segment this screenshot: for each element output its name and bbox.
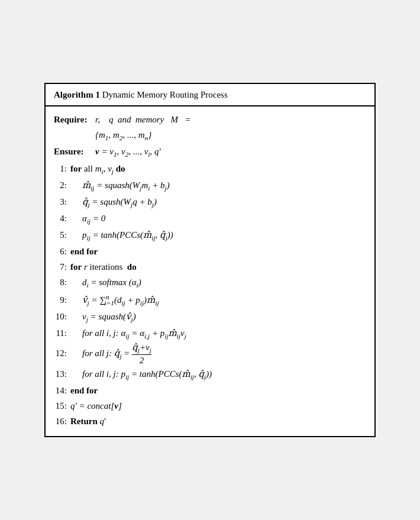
line-num-11: 11: — [54, 326, 70, 340]
line-num-16: 16: — [54, 414, 70, 428]
line-num-12: 12: — [54, 346, 70, 360]
line-content-7: for r iterations do — [70, 260, 366, 274]
algo-line-1: 1: for all mi, vj do — [54, 161, 366, 177]
algorithm-container: Algorithm 1 Dynamic Memory Routing Proce… — [44, 83, 376, 437]
require-label: Require: — [54, 112, 95, 127]
line-content-12: for all j: q̂j = q̂j+vj 2 — [70, 343, 366, 366]
line-content-8: di = softmax (αi) — [70, 275, 366, 290]
algorithm-body: Require: r, q and memory M = {m1, m2, ..… — [46, 106, 374, 436]
line-num-9: 9: — [54, 293, 70, 307]
line-content-14: end for — [70, 383, 366, 398]
algo-line-2: 2: m̂ij = squash(Wjmi + bj) — [54, 177, 366, 194]
line-content-2: m̂ij = squash(Wjmi + bj) — [70, 178, 366, 193]
algo-line-9: 9: v̂j = ∑ni=1(dij + pij)m̂ij — [54, 291, 366, 309]
algo-line-4: 4: αij = 0 — [54, 211, 366, 227]
line-content-11: for all i, j: αij = αi,j + pijm̂ijvj — [70, 326, 366, 341]
require-continuation: {m1, m2, ..., mn} — [54, 128, 366, 143]
line-num-3: 3: — [54, 195, 70, 209]
algo-line-16: 16: Return q′ — [54, 414, 366, 429]
line-content-13: for all i, j: pij = tanh(PCCs(m̂ij, q̂j)… — [70, 367, 366, 382]
line-num-8: 8: — [54, 275, 70, 289]
line-num-10: 10: — [54, 309, 70, 324]
line-num-15: 15: — [54, 399, 70, 413]
ensure-line: Ensure: v = v1, v2, ..., vl, q′ — [54, 143, 366, 161]
algo-line-13: 13: for all i, j: pij = tanh(PCCs(m̂ij, … — [54, 366, 366, 383]
algo-line-14: 14: end for — [54, 383, 366, 398]
algo-line-10: 10: vj = squash(v̂j) — [54, 309, 366, 325]
require-line: Require: r, q and memory M = — [54, 111, 366, 128]
line-num-4: 4: — [54, 211, 70, 225]
line-content-5: pij = tanh(PCCs(m̂ij, q̂j)) — [70, 228, 366, 243]
line-num-13: 13: — [54, 367, 70, 381]
algorithm-header: Algorithm 1 Dynamic Memory Routing Proce… — [46, 84, 374, 106]
algo-line-11: 11: for all i, j: αij = αi,j + pijm̂ijvj — [54, 325, 366, 342]
line-content-9: v̂j = ∑ni=1(dij + pij)m̂ij — [70, 292, 366, 308]
algo-line-6: 6: end for — [54, 244, 366, 259]
line-num-1: 1: — [54, 162, 70, 176]
algo-line-5: 5: pij = tanh(PCCs(m̂ij, q̂j)) — [54, 227, 366, 244]
algo-line-12: 12: for all j: q̂j = q̂j+vj 2 — [54, 342, 366, 366]
line-num-2: 2: — [54, 178, 70, 192]
algorithm-title: Dynamic Memory Routing Process — [102, 90, 228, 99]
ensure-content: v = v1, v2, ..., vl, q′ — [95, 144, 366, 160]
line-content-6: end for — [70, 244, 366, 259]
algo-line-8: 8: di = softmax (αi) — [54, 274, 366, 291]
algo-line-7: 7: for r iterations do — [54, 259, 366, 274]
algo-line-15: 15: q′ = concat[v] — [54, 398, 366, 414]
line-num-14: 14: — [54, 383, 70, 398]
line-content-4: αij = 0 — [70, 211, 366, 227]
line-content-3: q̂j = sqush(Wjq + bj) — [70, 195, 366, 210]
line-content-10: vj = squash(v̂j) — [70, 309, 366, 325]
line-num-7: 7: — [54, 260, 70, 274]
line-content-15: q′ = concat[v] — [70, 399, 366, 413]
line-content-16: Return q′ — [70, 414, 366, 428]
require-content: r, q and memory M = — [95, 112, 366, 127]
algo-line-3: 3: q̂j = sqush(Wjq + bj) — [54, 194, 366, 211]
line-num-5: 5: — [54, 228, 70, 242]
line-content-1: for all mi, vj do — [70, 162, 366, 177]
ensure-label: Ensure: — [54, 144, 95, 159]
algorithm-label: Algorithm 1 — [54, 90, 102, 99]
line-num-6: 6: — [54, 244, 70, 259]
